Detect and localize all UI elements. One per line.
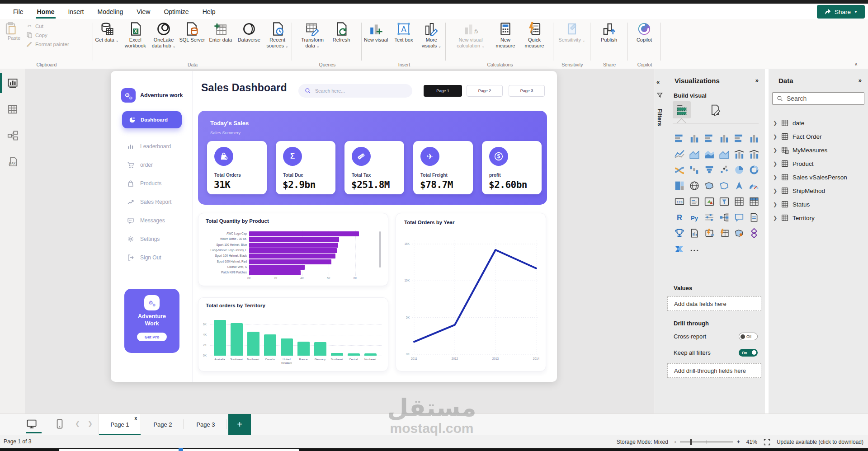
sidebar-item-sign-out[interactable]: Sign Out: [127, 254, 161, 261]
zoom-slider[interactable]: - +: [675, 439, 740, 445]
kpi-card-total-tax[interactable]: TAX Total Tax$251.8M: [344, 141, 404, 194]
kpi-card-total-orders[interactable]: Total Orders31K: [207, 141, 267, 194]
next-page-arrow[interactable]: ❯: [88, 420, 93, 427]
chevron-right-icon[interactable]: ❯: [773, 188, 778, 194]
line-stacked-column-combo-icon[interactable]: [731, 146, 746, 162]
area-chart-icon[interactable]: [687, 146, 702, 162]
taskbar-icon[interactable]: [179, 448, 183, 451]
publish-button[interactable]: Publish: [595, 22, 623, 43]
data-table-status[interactable]: ❯ Status: [773, 201, 810, 208]
filled-map-icon[interactable]: [702, 178, 717, 193]
donut-chart-icon[interactable]: [746, 162, 761, 178]
sidebar-item-products[interactable]: Products: [127, 180, 161, 187]
data-table-shipmethod[interactable]: ❯ ShipMethod: [773, 187, 825, 195]
sidebar-item-messages[interactable]: Messages: [127, 217, 165, 224]
mobile-layout-button[interactable]: [54, 418, 65, 429]
collapse-visualizations-icon[interactable]: »: [755, 77, 759, 84]
share-button[interactable]: Share ▼: [817, 5, 865, 19]
chart-total-orders-by-year[interactable]: Total Orders by Year 0K5K10K15K201120122…: [396, 213, 546, 371]
collapse-ribbon-icon[interactable]: ∧: [854, 61, 858, 66]
range-slicer-icon[interactable]: [702, 209, 717, 225]
card-icon[interactable]: 123: [672, 193, 687, 209]
slicer-icon[interactable]: [717, 193, 731, 209]
get-pro-button[interactable]: Get Pro: [137, 333, 167, 341]
menu-file[interactable]: File: [7, 5, 29, 18]
arcgis-map-icon[interactable]: [731, 225, 746, 241]
power-automate-icon[interactable]: [672, 241, 687, 257]
chart-total-quantity-by-product[interactable]: Total Quantity by Product0K2K4K6K8K AWC …: [198, 213, 388, 286]
page-tab-page-2[interactable]: Page 2: [142, 414, 183, 435]
sidebar-item-leaderboard[interactable]: Leaderboard: [127, 143, 171, 150]
report-view-button[interactable]: [6, 77, 19, 89]
kpi-card-profit[interactable]: $ profit$2.60bn: [482, 141, 542, 194]
chevron-right-icon[interactable]: ❯: [773, 120, 778, 126]
chart-scrollbar[interactable]: [379, 231, 381, 268]
data-table-fact-order[interactable]: ❯ Fact Order: [773, 133, 822, 141]
enter-data-button[interactable]: Enter data: [207, 22, 234, 49]
menu-optimize[interactable]: Optimize: [158, 5, 194, 18]
map-icon[interactable]: [687, 178, 702, 193]
page-tab-page-3[interactable]: Page 3: [185, 414, 226, 435]
qna-icon[interactable]: [731, 209, 746, 225]
quick-measure-button[interactable]: Quick measure: [520, 22, 548, 49]
waterfall-chart-icon[interactable]: [687, 162, 702, 178]
clustered-bar-chart-icon[interactable]: [702, 130, 717, 146]
stacked-column-chart-icon[interactable]: [687, 130, 702, 146]
add-data-fields-well[interactable]: Add data fields here: [667, 296, 761, 311]
matrix-icon[interactable]: [746, 193, 761, 209]
data-table-date[interactable]: ❯ date: [773, 119, 804, 127]
data-search-input[interactable]: Search: [772, 92, 864, 105]
more-visuals-button[interactable]: More visuals ⌄: [418, 22, 445, 49]
custom-visual-icon[interactable]: [746, 225, 761, 241]
kpi-icon[interactable]: [702, 193, 717, 209]
gauge-icon[interactable]: [746, 178, 761, 193]
menu-modeling[interactable]: Modeling: [91, 5, 129, 18]
format-painter-button[interactable]: Format painter: [26, 41, 69, 47]
text-box-button[interactable]: A Text box: [390, 22, 417, 49]
dataverse-button[interactable]: Dataverse: [235, 22, 263, 49]
zoom-slider-handle[interactable]: [690, 439, 692, 445]
sql-server-button[interactable]: SQL Server: [179, 22, 206, 49]
ribbon-chart-icon[interactable]: [672, 162, 687, 178]
pct-stacked-area-chart-icon[interactable]: [717, 146, 731, 162]
zoom-out-icon[interactable]: -: [675, 439, 676, 445]
paste-button[interactable]: Paste: [4, 22, 24, 41]
previous-page-arrow[interactable]: ❮: [75, 420, 80, 427]
collapse-data-pane-icon[interactable]: »: [859, 77, 862, 84]
new-page-button[interactable]: +: [228, 414, 251, 435]
add-drill-through-fields-well[interactable]: Add drill-through fields here: [667, 363, 761, 378]
table-icon[interactable]: [731, 193, 746, 209]
page-tab-page-1[interactable]: Page 1x: [99, 414, 141, 435]
keep-all-filters-toggle[interactable]: On: [739, 349, 758, 357]
sidebar-item-order[interactable]: order: [127, 161, 153, 169]
menu-view[interactable]: View: [131, 5, 156, 18]
chevron-right-icon[interactable]: ❯: [773, 202, 778, 207]
desktop-layout-button[interactable]: [26, 418, 37, 429]
recent-sources-button[interactable]: Recent sources ⌄: [264, 22, 291, 49]
shape-map-icon[interactable]: [717, 178, 731, 193]
update-available-link[interactable]: Update available (click to download): [777, 439, 863, 445]
get-data-button[interactable]: Get data ⌄: [93, 22, 121, 49]
new-visual-calculation-button[interactable]: fx New visual calculation ⌄: [451, 22, 491, 49]
filters-pane-label[interactable]: Filters: [656, 108, 663, 126]
report-page-button-1[interactable]: Page 1: [424, 85, 462, 97]
sales-dashboard-report[interactable]: ⚙⚙ Adventure work Dashboard Leaderboard …: [111, 71, 557, 382]
refresh-button[interactable]: Refresh: [327, 22, 355, 49]
data-table-territory[interactable]: ❯ Territory: [773, 214, 815, 222]
format-visual-tab[interactable]: [706, 101, 724, 118]
table-view-button[interactable]: [6, 103, 19, 116]
kpi-card-total-freight[interactable]: ✈ Total Freight$78.7M: [413, 141, 473, 194]
new-slicer-icon[interactable]: [717, 225, 731, 241]
dax-query-view-button[interactable]: DAX: [6, 155, 19, 168]
chevron-right-icon[interactable]: ❯: [773, 174, 778, 180]
sidebar-item-dashboard[interactable]: Dashboard: [122, 111, 182, 128]
menu-home[interactable]: Home: [31, 5, 61, 18]
line-clustered-column-combo-icon[interactable]: [746, 146, 761, 162]
data-table-mymeasures[interactable]: ❯ MyMeasures: [773, 146, 827, 154]
sensitivity-button[interactable]: Sensitivity ⌄: [558, 22, 586, 43]
paginated-report-icon[interactable]: [687, 225, 702, 241]
copilot-button[interactable]: Copilot: [630, 22, 658, 43]
stacked-area-chart-icon[interactable]: [702, 146, 717, 162]
chevron-right-icon[interactable]: ❯: [773, 134, 778, 140]
cut-button[interactable]: ✂Cut: [26, 23, 69, 29]
